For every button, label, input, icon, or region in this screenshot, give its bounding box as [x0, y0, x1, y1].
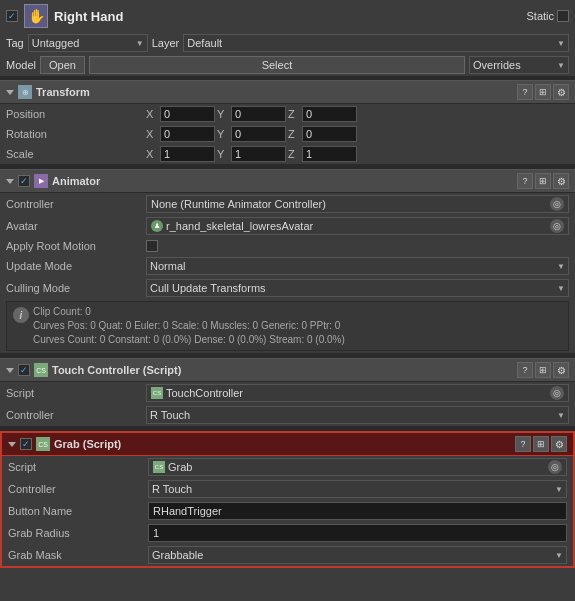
- controller-label: Controller: [6, 198, 146, 210]
- grab-mask-dropdown[interactable]: Grabbable ▼: [148, 546, 567, 564]
- avatar-field[interactable]: ♟ r_hand_skeletal_lowresAvatar ◎: [146, 217, 569, 235]
- select-button[interactable]: Select: [89, 56, 465, 74]
- controller-field[interactable]: None (Runtime Animator Controller) ◎: [146, 195, 569, 213]
- transform-gear-btn[interactable]: ⚙: [553, 84, 569, 100]
- transform-collapse-icon[interactable]: [6, 90, 14, 95]
- apply-root-motion-checkbox[interactable]: [146, 240, 158, 252]
- position-y-input[interactable]: [231, 106, 286, 122]
- update-mode-dropdown[interactable]: Normal ▼: [146, 257, 569, 275]
- grab-header: CS Grab (Script) ? ⊞ ⚙: [2, 433, 573, 456]
- animator-collapse-icon[interactable]: [6, 179, 14, 184]
- scale-label: Scale: [6, 148, 146, 160]
- grab-controller-row: Controller R Touch ▼: [2, 478, 573, 500]
- touch-script-field[interactable]: CS TouchController ◎: [146, 384, 569, 402]
- position-x-input[interactable]: [160, 106, 215, 122]
- touch-controller-row: Controller R Touch ▼: [0, 404, 575, 426]
- object-icon: ✋: [24, 4, 48, 28]
- layer-label: Layer: [152, 37, 180, 49]
- transform-layout-btn[interactable]: ⊞: [535, 84, 551, 100]
- grab-radius-label: Grab Radius: [8, 527, 148, 539]
- tag-label: Tag: [6, 37, 24, 49]
- model-row: Model Open Select Overrides ▼: [0, 54, 575, 76]
- scale-xyz: X Y Z: [146, 146, 569, 162]
- animator-gear-btn[interactable]: ⚙: [553, 173, 569, 189]
- tag-value: Untagged: [32, 37, 80, 49]
- tag-dropdown[interactable]: Untagged ▼: [28, 34, 148, 52]
- avatar-row: Avatar ♟ r_hand_skeletal_lowresAvatar ◎: [0, 215, 575, 237]
- button-name-row: Button Name: [2, 500, 573, 522]
- avatar-content: ♟ r_hand_skeletal_lowresAvatar: [151, 220, 313, 232]
- grab-mask-value: Grabbable: [152, 549, 203, 561]
- controller-value: None (Runtime Animator Controller): [151, 198, 326, 210]
- transform-icon: ⊕: [18, 85, 32, 99]
- rotation-row: Rotation X Y Z: [0, 124, 575, 144]
- transform-header: ⊕ Transform ? ⊞ ⚙: [0, 80, 575, 104]
- avatar-value: r_hand_skeletal_lowresAvatar: [166, 220, 313, 232]
- position-xyz: X Y Z: [146, 106, 569, 122]
- update-mode-label: Update Mode: [6, 260, 146, 272]
- rotation-xyz: X Y Z: [146, 126, 569, 142]
- overrides-dropdown[interactable]: Overrides ▼: [469, 56, 569, 74]
- grab-panel: CS Grab (Script) ? ⊞ ⚙ Script CS Grab ◎ …: [0, 431, 575, 568]
- touch-controller-gear-btn[interactable]: ⚙: [553, 362, 569, 378]
- touch-controller-layout-btn[interactable]: ⊞: [535, 362, 551, 378]
- touch-controller-enabled-checkbox[interactable]: [18, 364, 30, 376]
- scale-row: Scale X Y Z: [0, 144, 575, 164]
- curves-pos-text: Curves Pos: 0 Quat: 0 Euler: 0 Scale: 0 …: [33, 319, 345, 333]
- grab-script-content: CS Grab: [153, 461, 192, 473]
- animator-icon-buttons: ? ⊞ ⚙: [517, 173, 569, 189]
- grab-script-row: Script CS Grab ◎: [2, 456, 573, 478]
- touch-controller-icon-buttons: ? ⊞ ⚙: [517, 362, 569, 378]
- rotation-y-input[interactable]: [231, 126, 286, 142]
- touch-script-pick-icon[interactable]: ◎: [550, 386, 564, 400]
- position-z-input[interactable]: [302, 106, 357, 122]
- scale-y-label: Y: [217, 148, 229, 160]
- touch-controller-info-btn[interactable]: ?: [517, 362, 533, 378]
- layer-dropdown[interactable]: Default ▼: [183, 34, 569, 52]
- scale-z-label: Z: [288, 148, 300, 160]
- animator-enabled-checkbox[interactable]: [18, 175, 30, 187]
- rot-z-label: Z: [288, 128, 300, 140]
- touch-script-label: Script: [6, 387, 146, 399]
- grab-script-field[interactable]: CS Grab ◎: [148, 458, 567, 476]
- rotation-x-input[interactable]: [160, 126, 215, 142]
- grab-script-pick-icon[interactable]: ◎: [548, 460, 562, 474]
- grab-gear-btn[interactable]: ⚙: [551, 436, 567, 452]
- transform-icon-buttons: ? ⊞ ⚙: [517, 84, 569, 100]
- scale-x-input[interactable]: [160, 146, 215, 162]
- scale-z-input[interactable]: [302, 146, 357, 162]
- grab-layout-btn[interactable]: ⊞: [533, 436, 549, 452]
- tag-dropdown-arrow: ▼: [136, 39, 144, 48]
- touch-controller-dropdown[interactable]: R Touch ▼: [146, 406, 569, 424]
- pos-z-label: Z: [288, 108, 300, 120]
- culling-mode-value: Cull Update Transforms: [150, 282, 266, 294]
- transform-info-btn[interactable]: ?: [517, 84, 533, 100]
- animator-info-btn[interactable]: ?: [517, 173, 533, 189]
- animator-layout-btn[interactable]: ⊞: [535, 173, 551, 189]
- touch-script-value: TouchController: [166, 387, 243, 399]
- grab-collapse-icon[interactable]: [8, 442, 16, 447]
- scale-y-input[interactable]: [231, 146, 286, 162]
- grab-info-btn[interactable]: ?: [515, 436, 531, 452]
- static-checkbox[interactable]: [557, 10, 569, 22]
- layer-value: Default: [187, 37, 222, 49]
- pos-x-label: X: [146, 108, 158, 120]
- button-name-input[interactable]: [148, 502, 567, 520]
- overrides-label: Overrides: [473, 59, 521, 71]
- rot-x-label: X: [146, 128, 158, 140]
- controller-pick-icon[interactable]: ◎: [550, 197, 564, 211]
- touch-controller-collapse-icon[interactable]: [6, 368, 14, 373]
- object-enabled-checkbox[interactable]: [6, 10, 18, 22]
- grab-controller-value: R Touch: [152, 483, 192, 495]
- rotation-z-input[interactable]: [302, 126, 357, 142]
- open-button[interactable]: Open: [40, 56, 85, 74]
- culling-mode-dropdown[interactable]: Cull Update Transforms ▼: [146, 279, 569, 297]
- animator-info-box: i Clip Count: 0 Curves Pos: 0 Quat: 0 Eu…: [6, 301, 569, 351]
- grab-radius-input[interactable]: [148, 524, 567, 542]
- scale-x-label: X: [146, 148, 158, 160]
- grab-controller-dropdown[interactable]: R Touch ▼: [148, 480, 567, 498]
- grab-enabled-checkbox[interactable]: [20, 438, 32, 450]
- button-name-label: Button Name: [8, 505, 148, 517]
- avatar-pick-icon[interactable]: ◎: [550, 219, 564, 233]
- position-label: Position: [6, 108, 146, 120]
